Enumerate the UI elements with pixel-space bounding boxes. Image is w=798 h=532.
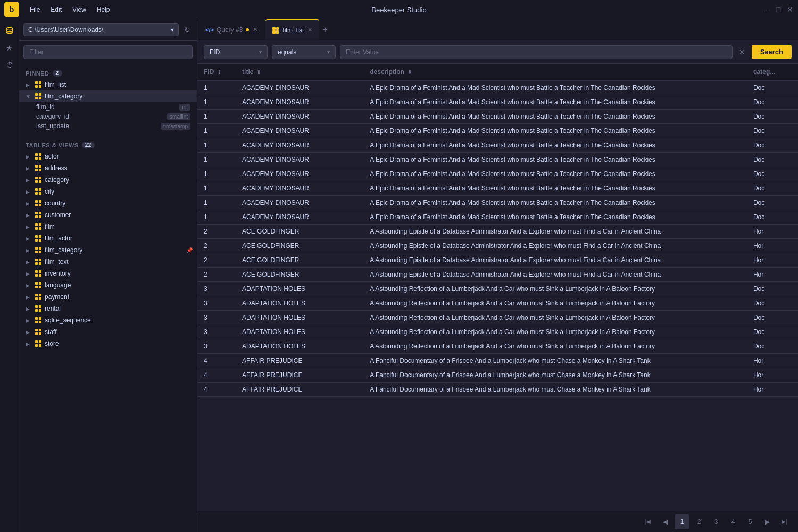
page-next-button[interactable]: ▶ [760,514,775,529]
cell-title: ADAPTATION HOLES [236,282,363,296]
table-label-city: city [45,188,193,195]
chevron-down-icon: ▼ [26,94,32,99]
page-5-button[interactable]: 5 [743,514,758,529]
menu-help[interactable]: Help [93,4,114,15]
tab-query3[interactable]: </> Query #3 ✕ [200,19,264,40]
table-icon [34,199,43,207]
sidebar-item-film-category-pinned[interactable]: ▼ film_category ✕ [19,90,197,102]
col-header-fid[interactable]: FID ⬆ [197,64,236,80]
page-prev-button[interactable]: ◀ [658,514,672,529]
page-1-button[interactable]: 1 [675,514,689,529]
col-description-label: description [370,68,404,76]
table-icon [34,234,43,243]
sidebar-item-category[interactable]: ▶ category [19,174,197,186]
connection-path[interactable]: C:\Users\User\Downloads\ ▾ [23,23,179,36]
refresh-button[interactable]: ↻ [182,23,193,36]
menu-edit[interactable]: Edit [46,4,66,15]
cell-description: A Epic Drama of a Feminist And a Mad Sci… [363,110,747,124]
sidebar-item-language[interactable]: ▶ language [19,279,197,291]
tab-query3-close[interactable]: ✕ [252,26,258,34]
chevron-right-icon: ▶ [26,341,32,347]
cell-fid: 1 [197,181,236,196]
sidebar-icon-star[interactable]: ★ [2,40,17,55]
cell-description: A Epic Drama of a Feminist And a Mad Sci… [363,210,747,225]
sidebar-item-film-list-pinned[interactable]: ▶ film_list ✕ [19,79,197,90]
cell-title: ACADEMY DINOSAUR [236,95,363,110]
table-row: 1 ACADEMY DINOSAUR A Epic Drama of a Fem… [197,153,798,167]
cell-category: Doc [747,325,798,339]
table-icon [34,92,43,101]
filter-field-dropdown[interactable]: FID ▾ [204,45,268,59]
page-2-button[interactable]: 2 [692,514,706,529]
tab-film-list-close[interactable]: ✕ [307,26,313,34]
col-header-category[interactable]: categ... [747,64,798,80]
column-category-id: category_id smallint [36,112,197,121]
sidebar-icon-database[interactable] [2,23,17,38]
cell-description: A Astounding Epistle of a Database Admin… [363,253,747,268]
col-header-title[interactable]: title ⬆ [236,64,363,80]
sidebar-item-sqlite_sequence[interactable]: ▶ sqlite_sequence [19,314,197,326]
sidebar-item-film_actor[interactable]: ▶ film_actor [19,232,197,244]
table-row: 3 ADAPTATION HOLES A Astounding Reflecti… [197,282,798,296]
sidebar-item-country[interactable]: ▶ country [19,197,197,209]
sidebar-item-payment[interactable]: ▶ payment [19,291,197,303]
cell-description: A Epic Drama of a Feminist And a Mad Sci… [363,95,747,110]
cell-category: Doc [747,181,798,196]
page-last-button[interactable]: ▶| [777,514,792,529]
cell-title: AFFAIR PREJUDICE [236,354,363,368]
cell-fid: 2 [197,268,236,282]
cell-fid: 1 [197,80,236,95]
sidebar-icon-history[interactable]: ⏱ [2,57,17,72]
add-tab-button[interactable]: + [320,23,329,37]
tab-film-list[interactable]: film_list ✕ [265,19,319,40]
table-label-rental: rental [45,305,193,312]
menu-view[interactable]: View [68,4,90,15]
cell-description: A Epic Drama of a Feminist And a Mad Sci… [363,181,747,196]
maximize-button[interactable]: □ [775,6,782,13]
sidebar-item-inventory[interactable]: ▶ inventory [19,268,197,279]
filter-value-input[interactable] [340,45,733,59]
close-button[interactable]: ✕ [786,6,794,13]
sidebar: C:\Users\User\Downloads\ ▾ ↻ PINNED 2 ▶ [19,19,197,532]
col-header-description[interactable]: description ⬇ [363,64,747,80]
sidebar-item-film_category[interactable]: ▶ film_category 📌 [19,244,197,256]
table-row: 1 ACADEMY DINOSAUR A Epic Drama of a Fem… [197,110,798,124]
sidebar-filter-input[interactable] [23,45,193,59]
sidebar-item-address[interactable]: ▶ address [19,162,197,174]
menu-file[interactable]: File [26,4,44,15]
tab-modified-dot [246,28,249,31]
filter-clear-icon[interactable]: ✕ [737,46,747,59]
sidebar-item-customer[interactable]: ▶ customer [19,209,197,221]
sidebar-item-city[interactable]: ▶ city [19,186,197,197]
search-button[interactable]: Search [752,45,792,59]
sidebar-item-film_text[interactable]: ▶ film_text [19,256,197,268]
table-label-language: language [45,281,193,289]
cell-fid: 3 [197,325,236,339]
table-label-customer: customer [45,211,193,219]
table-row: 3 ADAPTATION HOLES A Astounding Reflecti… [197,296,798,311]
minimize-button[interactable]: ─ [763,6,770,13]
page-first-button[interactable]: |◀ [641,514,655,529]
chevron-right-icon: ▶ [26,318,32,323]
cell-category: Doc [747,110,798,124]
cell-fid: 1 [197,110,236,124]
table-icon [34,339,43,348]
cell-description: A Astounding Reflection of a Lumberjack … [363,296,747,311]
sidebar-item-actor[interactable]: ▶ actor [19,151,197,162]
sidebar-item-rental[interactable]: ▶ rental [19,303,197,314]
page-3-button[interactable]: 3 [709,514,724,529]
filter-operator-dropdown[interactable]: equals ▾ [272,45,336,59]
page-4-button[interactable]: 4 [726,514,741,529]
sidebar-item-staff[interactable]: ▶ staff [19,326,197,338]
table-label-store: store [45,340,193,347]
svg-point-0 [6,28,13,30]
table-icon [34,269,43,278]
sidebar-item-store[interactable]: ▶ store [19,338,197,350]
sidebar-item-film[interactable]: ▶ film [19,221,197,232]
col-category-label: categ... [753,68,775,76]
table-label-actor: actor [45,153,193,160]
cell-category: Hor [747,253,798,268]
table-icon [34,222,43,231]
cell-description: A Epic Drama of a Feminist And a Mad Sci… [363,124,747,138]
pin-icon[interactable]: 📌 [186,247,193,253]
